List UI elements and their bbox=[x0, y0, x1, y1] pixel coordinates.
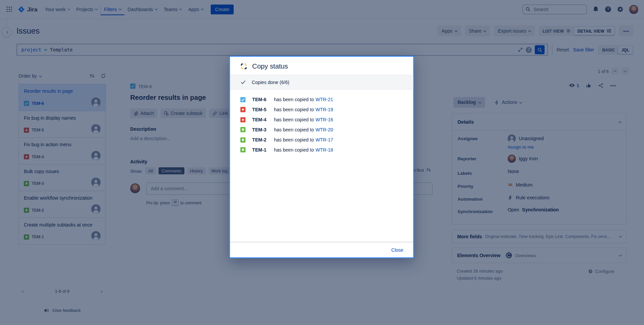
jira-app: Jira Your work Projects Filters Dashboar… bbox=[0, 0, 644, 325]
target-issue-link[interactable]: WTR-16 bbox=[316, 117, 333, 122]
target-issue-link[interactable]: WTR-18 bbox=[316, 148, 333, 153]
copy-status-icon bbox=[240, 63, 247, 70]
check-icon bbox=[240, 79, 246, 85]
modal-title: Copy status bbox=[252, 63, 288, 70]
target-issue-link[interactable]: WTR-20 bbox=[316, 127, 333, 132]
target-issue-link[interactable]: WTR-17 bbox=[316, 137, 333, 143]
bug-icon bbox=[240, 107, 246, 112]
story-icon bbox=[240, 127, 246, 132]
copy-result-row: TEM-5 has been copied to WTR-19 bbox=[240, 105, 403, 115]
task-icon bbox=[240, 97, 246, 102]
story-icon bbox=[240, 147, 246, 153]
target-issue-link[interactable]: WTR-19 bbox=[316, 107, 333, 112]
modal-header: Copy status bbox=[230, 57, 413, 75]
copy-result-row: TEM-1 has been copied to WTR-18 bbox=[240, 145, 403, 155]
copy-result-row: TEM-6 has been copied to WTR-21 bbox=[240, 94, 403, 105]
close-button[interactable]: Close bbox=[391, 247, 403, 252]
copy-result-row: TEM-2 has been copied to WTR-17 bbox=[240, 135, 403, 145]
copy-status-modal: Copy status Copies done (6/6) TEM-6 has … bbox=[229, 56, 414, 258]
copy-results-list: TEM-6 has been copied to WTR-21 TEM-5 ha… bbox=[230, 90, 413, 155]
modal-footer: Close bbox=[230, 242, 413, 257]
copies-done-summary: Copies done (6/6) bbox=[230, 75, 413, 90]
target-issue-link[interactable]: WTR-21 bbox=[316, 97, 333, 102]
copy-result-row: TEM-4 has been copied to WTR-16 bbox=[240, 115, 403, 125]
story-icon bbox=[240, 137, 246, 143]
bug-icon bbox=[240, 117, 246, 122]
copy-result-row: TEM-3 has been copied to WTR-20 bbox=[240, 125, 403, 135]
